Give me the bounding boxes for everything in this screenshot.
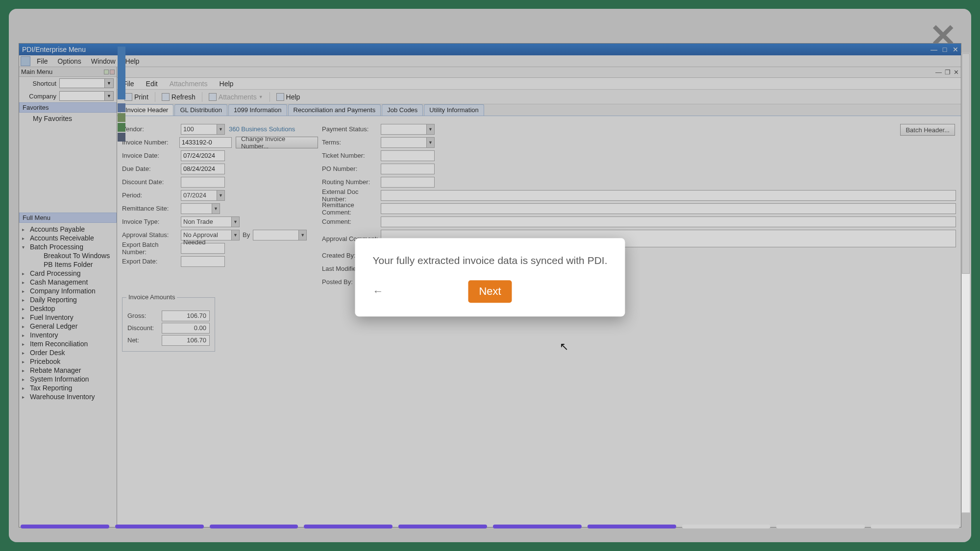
tree-item[interactable]: ▸Rebate Manager [19,366,117,375]
discount-date-field[interactable] [181,177,225,188]
chevron-down-icon: ▼ [104,92,113,100]
company-combo[interactable]: ▼ [59,91,114,101]
pager-segment[interactable] [115,525,204,528]
pager-segment[interactable] [21,525,109,528]
tree-item-label: Order Desk [30,349,65,357]
pager-segment[interactable] [776,525,865,528]
pager-segment[interactable] [304,525,392,528]
approval-status-field[interactable]: No Approval Needed▼ [181,230,240,240]
chevron-icon: ▸ [22,315,30,320]
doc-minimize-icon[interactable]: — [935,69,942,76]
pin-icon[interactable] [104,70,115,74]
left-panel: Main Menu Shortcut ▼ Company ▼ Favorites… [19,67,117,527]
marker-icon[interactable] [118,113,125,122]
invoice-type-field[interactable]: Non Trade▼ [181,216,240,227]
menu-options[interactable]: Options [53,57,86,65]
minimize-icon[interactable]: — [929,46,939,53]
pager-segment[interactable] [588,525,676,528]
invoice-amounts-group: Invoice Amounts Gross:106.70 Discount:0.… [122,297,215,352]
refresh-label: Refresh [172,93,196,101]
ticket-number-field[interactable] [381,150,435,161]
approval-by-field[interactable]: ▼ [253,230,307,240]
batch-header-button[interactable]: Batch Header... [900,124,955,136]
tree-item[interactable]: ▸Pricebook [19,357,117,366]
comment-field[interactable] [381,216,956,227]
scrollbar-thumb[interactable] [962,53,970,274]
tree-item[interactable]: ▸Company Information [19,287,117,295]
shortcut-combo[interactable]: ▼ [59,78,114,88]
menu-window[interactable]: Window [86,57,121,65]
po-number-field[interactable] [381,164,435,174]
tree-item[interactable]: ▸PB Items Folder [19,260,117,269]
menu-file[interactable]: File [32,57,53,65]
due-date-field[interactable] [181,164,225,174]
tab-reconciliation[interactable]: Reconciliation and Payments [288,104,381,116]
external-doc-field[interactable] [381,190,956,201]
tree-item[interactable]: ▸Order Desk [19,348,117,357]
invoice-date-field[interactable] [181,150,225,161]
payment-status-field[interactable]: ▼ [381,124,435,135]
fullmenu-header[interactable]: Full Menu [19,213,117,223]
submenu-help[interactable]: Help [214,80,240,88]
tab-gl-distribution[interactable]: GL Distribution [174,104,227,116]
tree-item[interactable]: ▾Batch Processing [19,242,117,251]
tree-item[interactable]: ▸Breakout To Windows [19,251,117,260]
tab-invoice-header[interactable]: Invoice Header [120,104,173,116]
favorites-header[interactable]: Favorites [19,102,117,113]
tree-item[interactable]: ▸Card Processing [19,269,117,278]
tree-item[interactable]: ▸Inventory [19,331,117,339]
side-tab[interactable] [118,47,125,99]
chevron-down-icon: ▼ [104,79,113,88]
remittance-comment-field[interactable] [381,203,956,214]
marker-icon[interactable] [118,123,125,132]
tab-job-codes[interactable]: Job Codes [382,104,423,116]
invoice-number-field[interactable] [179,137,232,148]
doc-close-icon[interactable]: ✕ [954,69,959,76]
vendor-field[interactable]: 100▼ [181,124,225,135]
close-window-icon[interactable]: ✕ [950,46,961,53]
routing-number-field[interactable] [381,177,435,188]
maximize-icon[interactable]: □ [939,46,950,53]
pager-segment[interactable] [398,525,487,528]
my-favorites-item[interactable]: My Favorites [33,115,72,122]
doc-restore-icon[interactable]: ❐ [945,69,951,76]
marker-icon[interactable] [118,103,125,112]
tree-item[interactable]: ▸Accounts Receivable [19,234,117,242]
help-button[interactable]: Help [272,91,305,103]
tree-item[interactable]: ▸Desktop [19,304,117,313]
back-button[interactable]: ← [373,285,384,298]
marker-icon[interactable] [118,133,125,142]
tab-1099-information[interactable]: 1099 Information [228,104,287,116]
tree-item[interactable]: ▸General Ledger [19,322,117,331]
pager-segment[interactable] [210,525,298,528]
fullmenu-body: ▸Accounts Payable▸Accounts Receivable▾Ba… [19,223,117,527]
remittance-site-field[interactable]: ▼ [181,203,220,214]
menubar: File Options Window Help [19,55,961,67]
tree-item[interactable]: ▸Fuel Inventory [19,313,117,322]
help-icon [276,93,284,101]
submenu-attachments[interactable]: Attachments [164,80,214,88]
change-invoice-number-button[interactable]: Change Invoice Number... [236,137,318,148]
tree-item[interactable]: ▸System Information [19,375,117,383]
scrollbar[interactable] [961,53,970,513]
next-button[interactable]: Next [468,280,512,303]
tree-item[interactable]: ▸Cash Management [19,278,117,287]
tree-item[interactable]: ▸Item Reconciliation [19,339,117,348]
tree-item[interactable]: ▸Daily Reporting [19,295,117,304]
pager-segment[interactable] [682,525,771,528]
label-approval-status: Approval Status: [122,231,181,239]
attachments-button[interactable]: Attachments▼ [204,91,268,103]
tree-item[interactable]: ▸Tax Reporting [19,383,117,392]
company-label: Company [22,93,56,100]
terms-field[interactable]: ▼ [381,137,435,148]
pager-segment[interactable] [493,525,582,528]
tree-item[interactable]: ▸Warehouse Inventory [19,392,117,401]
export-date-field[interactable] [181,256,225,267]
refresh-button[interactable]: Refresh [157,91,200,103]
tree-item[interactable]: ▸Accounts Payable [19,225,117,234]
period-field[interactable]: 07/2024▼ [181,190,225,201]
pager-segment[interactable] [871,525,959,528]
submenu-edit[interactable]: Edit [140,80,164,88]
tab-utility-information[interactable]: Utility Information [424,104,484,116]
chevron-icon: ▸ [22,394,30,400]
